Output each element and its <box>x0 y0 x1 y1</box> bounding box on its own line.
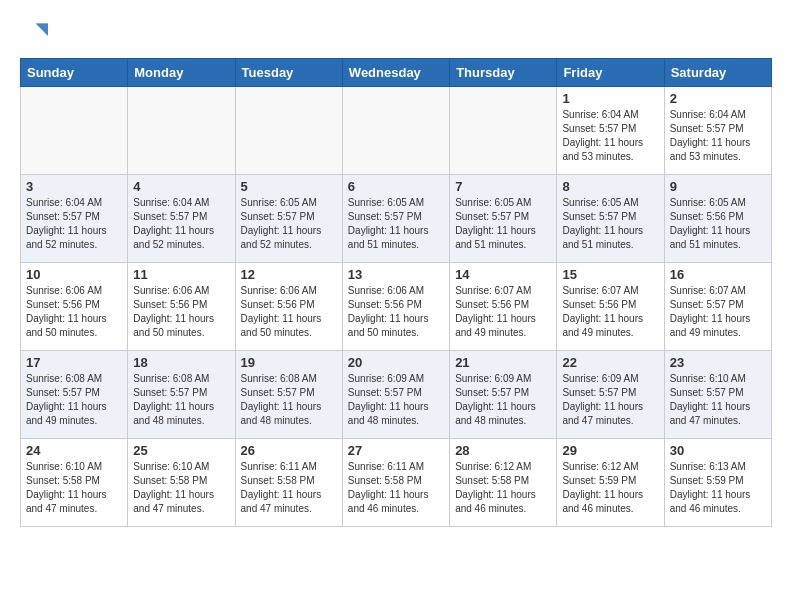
day-info: Sunrise: 6:06 AM Sunset: 5:56 PM Dayligh… <box>133 284 229 340</box>
day-number: 15 <box>562 267 658 282</box>
weekday-friday: Friday <box>557 59 664 87</box>
day-info: Sunrise: 6:13 AM Sunset: 5:59 PM Dayligh… <box>670 460 766 516</box>
day-info: Sunrise: 6:12 AM Sunset: 5:59 PM Dayligh… <box>562 460 658 516</box>
logo-icon <box>20 20 48 48</box>
day-info: Sunrise: 6:04 AM Sunset: 5:57 PM Dayligh… <box>26 196 122 252</box>
day-cell <box>450 87 557 175</box>
day-number: 5 <box>241 179 337 194</box>
day-info: Sunrise: 6:04 AM Sunset: 5:57 PM Dayligh… <box>562 108 658 164</box>
day-number: 28 <box>455 443 551 458</box>
week-row-1: 1Sunrise: 6:04 AM Sunset: 5:57 PM Daylig… <box>21 87 772 175</box>
weekday-saturday: Saturday <box>664 59 771 87</box>
day-cell: 18Sunrise: 6:08 AM Sunset: 5:57 PM Dayli… <box>128 351 235 439</box>
day-number: 25 <box>133 443 229 458</box>
day-number: 4 <box>133 179 229 194</box>
day-cell: 27Sunrise: 6:11 AM Sunset: 5:58 PM Dayli… <box>342 439 449 527</box>
day-info: Sunrise: 6:05 AM Sunset: 5:57 PM Dayligh… <box>562 196 658 252</box>
week-row-4: 17Sunrise: 6:08 AM Sunset: 5:57 PM Dayli… <box>21 351 772 439</box>
day-cell <box>21 87 128 175</box>
day-cell: 16Sunrise: 6:07 AM Sunset: 5:57 PM Dayli… <box>664 263 771 351</box>
day-cell: 19Sunrise: 6:08 AM Sunset: 5:57 PM Dayli… <box>235 351 342 439</box>
week-row-3: 10Sunrise: 6:06 AM Sunset: 5:56 PM Dayli… <box>21 263 772 351</box>
day-cell: 17Sunrise: 6:08 AM Sunset: 5:57 PM Dayli… <box>21 351 128 439</box>
day-cell: 20Sunrise: 6:09 AM Sunset: 5:57 PM Dayli… <box>342 351 449 439</box>
calendar-table: SundayMondayTuesdayWednesdayThursdayFrid… <box>20 58 772 527</box>
day-info: Sunrise: 6:12 AM Sunset: 5:58 PM Dayligh… <box>455 460 551 516</box>
day-number: 29 <box>562 443 658 458</box>
day-cell: 2Sunrise: 6:04 AM Sunset: 5:57 PM Daylig… <box>664 87 771 175</box>
day-number: 14 <box>455 267 551 282</box>
day-info: Sunrise: 6:05 AM Sunset: 5:57 PM Dayligh… <box>455 196 551 252</box>
day-number: 12 <box>241 267 337 282</box>
day-cell: 9Sunrise: 6:05 AM Sunset: 5:56 PM Daylig… <box>664 175 771 263</box>
svg-marker-1 <box>36 24 48 36</box>
day-cell: 30Sunrise: 6:13 AM Sunset: 5:59 PM Dayli… <box>664 439 771 527</box>
weekday-sunday: Sunday <box>21 59 128 87</box>
day-info: Sunrise: 6:08 AM Sunset: 5:57 PM Dayligh… <box>133 372 229 428</box>
day-info: Sunrise: 6:07 AM Sunset: 5:57 PM Dayligh… <box>670 284 766 340</box>
day-number: 21 <box>455 355 551 370</box>
day-number: 18 <box>133 355 229 370</box>
day-cell: 29Sunrise: 6:12 AM Sunset: 5:59 PM Dayli… <box>557 439 664 527</box>
day-info: Sunrise: 6:11 AM Sunset: 5:58 PM Dayligh… <box>241 460 337 516</box>
day-cell: 7Sunrise: 6:05 AM Sunset: 5:57 PM Daylig… <box>450 175 557 263</box>
day-number: 10 <box>26 267 122 282</box>
page-header <box>20 20 772 48</box>
day-number: 16 <box>670 267 766 282</box>
day-cell: 3Sunrise: 6:04 AM Sunset: 5:57 PM Daylig… <box>21 175 128 263</box>
day-number: 1 <box>562 91 658 106</box>
day-cell: 22Sunrise: 6:09 AM Sunset: 5:57 PM Dayli… <box>557 351 664 439</box>
week-row-5: 24Sunrise: 6:10 AM Sunset: 5:58 PM Dayli… <box>21 439 772 527</box>
day-cell: 10Sunrise: 6:06 AM Sunset: 5:56 PM Dayli… <box>21 263 128 351</box>
day-info: Sunrise: 6:07 AM Sunset: 5:56 PM Dayligh… <box>455 284 551 340</box>
day-number: 17 <box>26 355 122 370</box>
day-cell: 11Sunrise: 6:06 AM Sunset: 5:56 PM Dayli… <box>128 263 235 351</box>
day-number: 8 <box>562 179 658 194</box>
day-info: Sunrise: 6:09 AM Sunset: 5:57 PM Dayligh… <box>562 372 658 428</box>
weekday-thursday: Thursday <box>450 59 557 87</box>
day-info: Sunrise: 6:06 AM Sunset: 5:56 PM Dayligh… <box>241 284 337 340</box>
day-number: 22 <box>562 355 658 370</box>
day-info: Sunrise: 6:05 AM Sunset: 5:57 PM Dayligh… <box>241 196 337 252</box>
day-info: Sunrise: 6:09 AM Sunset: 5:57 PM Dayligh… <box>348 372 444 428</box>
day-number: 2 <box>670 91 766 106</box>
day-info: Sunrise: 6:08 AM Sunset: 5:57 PM Dayligh… <box>241 372 337 428</box>
day-cell: 8Sunrise: 6:05 AM Sunset: 5:57 PM Daylig… <box>557 175 664 263</box>
day-info: Sunrise: 6:10 AM Sunset: 5:58 PM Dayligh… <box>26 460 122 516</box>
day-cell: 5Sunrise: 6:05 AM Sunset: 5:57 PM Daylig… <box>235 175 342 263</box>
day-cell: 4Sunrise: 6:04 AM Sunset: 5:57 PM Daylig… <box>128 175 235 263</box>
day-number: 13 <box>348 267 444 282</box>
day-cell: 1Sunrise: 6:04 AM Sunset: 5:57 PM Daylig… <box>557 87 664 175</box>
day-cell: 24Sunrise: 6:10 AM Sunset: 5:58 PM Dayli… <box>21 439 128 527</box>
day-number: 23 <box>670 355 766 370</box>
day-cell: 13Sunrise: 6:06 AM Sunset: 5:56 PM Dayli… <box>342 263 449 351</box>
day-number: 26 <box>241 443 337 458</box>
logo <box>20 20 52 48</box>
day-cell <box>128 87 235 175</box>
day-info: Sunrise: 6:11 AM Sunset: 5:58 PM Dayligh… <box>348 460 444 516</box>
day-number: 20 <box>348 355 444 370</box>
day-number: 7 <box>455 179 551 194</box>
week-row-2: 3Sunrise: 6:04 AM Sunset: 5:57 PM Daylig… <box>21 175 772 263</box>
day-info: Sunrise: 6:10 AM Sunset: 5:57 PM Dayligh… <box>670 372 766 428</box>
day-number: 19 <box>241 355 337 370</box>
weekday-header-row: SundayMondayTuesdayWednesdayThursdayFrid… <box>21 59 772 87</box>
day-number: 30 <box>670 443 766 458</box>
day-cell: 23Sunrise: 6:10 AM Sunset: 5:57 PM Dayli… <box>664 351 771 439</box>
day-info: Sunrise: 6:10 AM Sunset: 5:58 PM Dayligh… <box>133 460 229 516</box>
day-number: 9 <box>670 179 766 194</box>
day-cell: 6Sunrise: 6:05 AM Sunset: 5:57 PM Daylig… <box>342 175 449 263</box>
day-info: Sunrise: 6:08 AM Sunset: 5:57 PM Dayligh… <box>26 372 122 428</box>
day-info: Sunrise: 6:09 AM Sunset: 5:57 PM Dayligh… <box>455 372 551 428</box>
weekday-wednesday: Wednesday <box>342 59 449 87</box>
day-cell: 14Sunrise: 6:07 AM Sunset: 5:56 PM Dayli… <box>450 263 557 351</box>
day-cell <box>235 87 342 175</box>
day-cell <box>342 87 449 175</box>
day-info: Sunrise: 6:06 AM Sunset: 5:56 PM Dayligh… <box>26 284 122 340</box>
weekday-tuesday: Tuesday <box>235 59 342 87</box>
day-cell: 26Sunrise: 6:11 AM Sunset: 5:58 PM Dayli… <box>235 439 342 527</box>
day-number: 6 <box>348 179 444 194</box>
day-cell: 21Sunrise: 6:09 AM Sunset: 5:57 PM Dayli… <box>450 351 557 439</box>
day-info: Sunrise: 6:07 AM Sunset: 5:56 PM Dayligh… <box>562 284 658 340</box>
day-cell: 12Sunrise: 6:06 AM Sunset: 5:56 PM Dayli… <box>235 263 342 351</box>
